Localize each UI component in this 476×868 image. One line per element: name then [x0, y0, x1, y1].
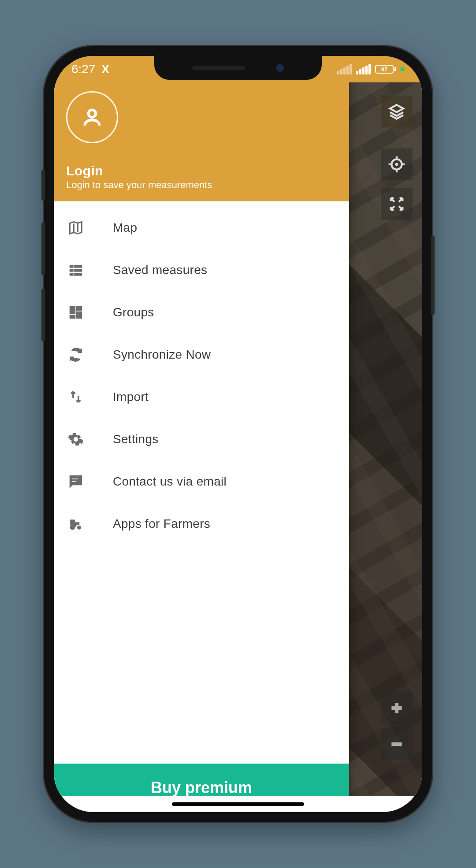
- svg-rect-4: [74, 266, 82, 268]
- status-activity-dot: [400, 67, 405, 71]
- svg-rect-8: [74, 274, 82, 276]
- signal-secondary-icon: [337, 64, 352, 74]
- menu-item-label: Apps for Farmers: [113, 517, 210, 531]
- menu-item-label: Synchronize Now: [113, 348, 211, 362]
- battery-level: 97: [381, 66, 387, 73]
- status-time: 6:27: [71, 62, 96, 76]
- svg-rect-13: [72, 479, 78, 480]
- svg-rect-5: [70, 270, 74, 272]
- svg-point-1: [395, 163, 398, 166]
- tractor-icon: [67, 515, 85, 533]
- svg-point-15: [70, 525, 75, 530]
- map-fullscreen-button[interactable]: [381, 188, 413, 220]
- drawer-menu: Map Saved measures Groups: [54, 201, 349, 764]
- map-zoom-in-button[interactable]: [381, 692, 413, 724]
- menu-item-label: Import: [113, 390, 149, 404]
- expand-icon: [388, 195, 405, 213]
- svg-rect-11: [70, 315, 75, 319]
- phone-side-button: [41, 289, 45, 341]
- chat-icon: [67, 473, 85, 490]
- svg-rect-12: [77, 312, 82, 319]
- minus-icon: [388, 735, 405, 753]
- x-app-icon: X: [102, 63, 109, 76]
- svg-point-16: [78, 526, 81, 530]
- svg-rect-7: [70, 274, 74, 276]
- phone-side-button: [431, 236, 435, 315]
- sync-icon: [67, 346, 85, 364]
- phone-speaker: [192, 66, 245, 70]
- svg-rect-14: [72, 481, 77, 482]
- menu-item-saved-measures[interactable]: Saved measures: [54, 249, 349, 291]
- menu-item-import[interactable]: Import: [54, 376, 349, 418]
- phone-side-button: [41, 170, 45, 200]
- map-zoom-out-button[interactable]: [381, 728, 413, 760]
- menu-item-label: Contact us via email: [113, 475, 227, 489]
- crosshair-icon: [388, 156, 405, 173]
- menu-item-label: Settings: [113, 432, 159, 446]
- signal-primary-icon: [356, 64, 371, 74]
- buy-premium-label: Buy premium: [151, 779, 252, 797]
- plus-icon: [388, 699, 405, 717]
- gear-icon: [67, 430, 85, 448]
- menu-item-synchronize[interactable]: Synchronize Now: [54, 334, 349, 376]
- battery-indicator: 97: [375, 65, 396, 74]
- list-icon: [67, 261, 85, 279]
- menu-item-label: Map: [113, 221, 137, 235]
- svg-point-2: [89, 110, 96, 117]
- menu-item-label: Groups: [113, 305, 154, 319]
- dashboard-icon: [67, 304, 85, 321]
- phone-mockup-frame: 6:27 X 97: [44, 46, 432, 822]
- person-icon: [81, 106, 103, 128]
- login-block[interactable]: Login Login to save your measurements: [66, 163, 337, 191]
- avatar-placeholder[interactable]: [66, 91, 118, 143]
- menu-item-map[interactable]: Map: [54, 207, 349, 249]
- navigation-drawer: Login Login to save your measurements Ma…: [54, 56, 349, 812]
- phone-front-camera: [276, 64, 284, 72]
- drawer-title: Login: [66, 163, 337, 178]
- map-locate-button[interactable]: [381, 148, 413, 180]
- menu-item-label: Saved measures: [113, 263, 207, 277]
- drawer-subtitle: Login to save your measurements: [66, 179, 337, 191]
- menu-item-contact-email[interactable]: Contact us via email: [54, 460, 349, 503]
- svg-rect-9: [70, 307, 75, 314]
- import-icon: [67, 388, 85, 406]
- map-icon: [67, 219, 85, 237]
- layers-icon: [388, 103, 405, 120]
- menu-item-groups[interactable]: Groups: [54, 291, 349, 334]
- device-screen: 6:27 X 97: [54, 56, 422, 812]
- svg-rect-10: [77, 307, 82, 311]
- home-indicator[interactable]: [172, 802, 304, 806]
- menu-item-settings[interactable]: Settings: [54, 418, 349, 460]
- menu-item-apps-farmers[interactable]: Apps for Farmers: [54, 503, 349, 545]
- phone-notch: [154, 56, 322, 80]
- map-layers-button[interactable]: [381, 96, 413, 127]
- svg-rect-6: [74, 270, 82, 272]
- phone-side-button: [41, 223, 45, 275]
- svg-rect-3: [70, 266, 74, 268]
